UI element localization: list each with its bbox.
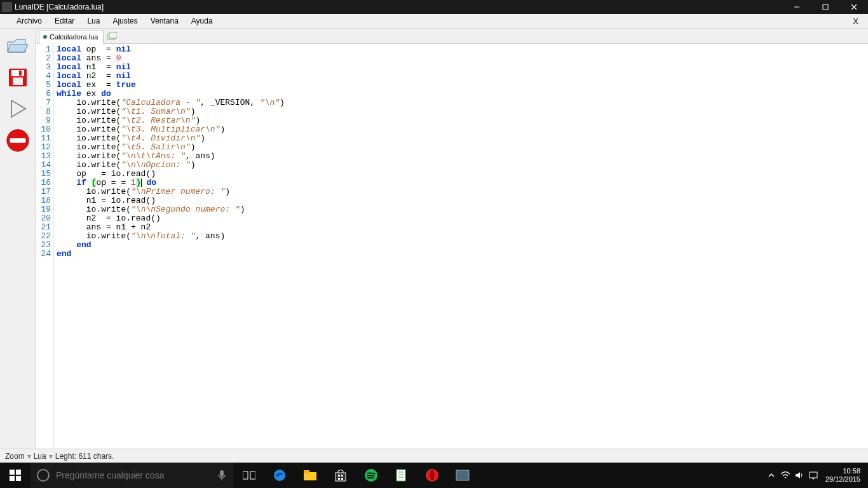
svg-rect-15 [10, 476, 15, 481]
clock-time: 10:58 [825, 467, 860, 475]
stop-button[interactable] [5, 128, 31, 153]
opera-icon[interactable] [417, 463, 447, 488]
menu-ayuda[interactable]: Ayuda [185, 15, 219, 27]
svg-rect-14 [16, 470, 21, 475]
menu-ajustes[interactable]: Ajustes [106, 15, 144, 27]
svg-rect-28 [341, 478, 343, 480]
svg-point-21 [274, 470, 285, 481]
status-bar: Zoom▾ Lua▾ Leght: 611 chars. [0, 449, 868, 463]
svg-point-35 [430, 470, 435, 480]
menu-editar[interactable]: Editar [48, 15, 81, 27]
cortana-search[interactable] [31, 463, 234, 488]
window-title: LunaIDE [Calculadora.lua] [15, 3, 104, 11]
start-button[interactable] [0, 463, 31, 488]
line-gutter: 123456789101112131415161718192021222324 [36, 44, 54, 449]
new-tab-button[interactable] [105, 29, 119, 43]
open-button[interactable] [5, 32, 31, 58]
svg-rect-37 [810, 472, 817, 478]
edge-icon[interactable] [264, 463, 295, 488]
maximize-button[interactable] [811, 0, 839, 14]
menu-bar: Archivo Editar Lua Ajustes Ventana Ayuda… [0, 14, 868, 29]
mic-icon[interactable] [217, 470, 226, 481]
side-toolbar [0, 29, 36, 449]
svg-rect-1 [823, 4, 828, 10]
svg-rect-27 [338, 478, 340, 480]
action-center-icon[interactable] [806, 471, 820, 480]
menu-ventana[interactable]: Ventana [144, 15, 185, 27]
store-icon[interactable] [325, 463, 356, 488]
svg-rect-30 [397, 470, 405, 481]
minimize-button[interactable] [782, 0, 811, 14]
clock[interactable]: 10:58 29/12/2015 [820, 467, 865, 484]
tab-bar: Calculadora.lua [36, 29, 868, 44]
close-button[interactable] [839, 0, 868, 14]
volume-icon[interactable] [792, 471, 806, 480]
tab-calculadora[interactable]: Calculadora.lua [39, 30, 104, 44]
svg-rect-24 [336, 473, 346, 481]
svg-rect-17 [220, 470, 224, 477]
svg-rect-16 [16, 476, 21, 481]
spotify-icon[interactable] [356, 463, 386, 488]
code-editor[interactable]: 123456789101112131415161718192021222324 … [36, 44, 868, 449]
svg-rect-23 [304, 470, 309, 473]
notepadpp-icon[interactable] [386, 463, 417, 488]
lunaide-taskbar-icon[interactable] [447, 463, 478, 488]
explorer-icon[interactable] [295, 463, 325, 488]
svg-rect-25 [338, 475, 340, 477]
cortana-icon [37, 469, 50, 482]
taskbar-apps [234, 463, 478, 488]
system-tray: 10:58 29/12/2015 [764, 463, 868, 488]
title-bar: LunaIDE [Calculadora.lua] [0, 0, 868, 14]
editor-area: Calculadora.lua 123456789101112131415161… [36, 29, 868, 449]
wifi-icon[interactable] [778, 471, 792, 480]
svg-rect-12 [109, 32, 117, 38]
svg-rect-36 [456, 470, 469, 480]
run-button[interactable] [5, 96, 31, 121]
taskbar: 10:58 29/12/2015 [0, 463, 868, 488]
svg-rect-20 [250, 471, 255, 479]
svg-rect-13 [10, 470, 15, 475]
svg-rect-10 [10, 138, 26, 143]
tray-chevron-icon[interactable] [764, 473, 778, 478]
save-button[interactable] [5, 64, 31, 90]
svg-rect-7 [19, 71, 22, 76]
search-input[interactable] [56, 470, 210, 480]
status-zoom[interactable]: Zoom [5, 452, 25, 461]
status-length: Leght: 611 chars. [55, 452, 114, 461]
svg-rect-6 [13, 78, 23, 85]
tab-label: Calculadora.lua [50, 33, 98, 41]
taskview-icon[interactable] [234, 463, 264, 488]
svg-rect-26 [341, 475, 343, 477]
menu-archivo[interactable]: Archivo [10, 15, 48, 27]
status-lang[interactable]: Lua [34, 452, 46, 461]
svg-rect-5 [11, 70, 24, 76]
window-controls [782, 0, 868, 14]
menu-lua[interactable]: Lua [81, 15, 106, 27]
tab-modified-icon [43, 35, 47, 39]
mdi-close-button[interactable]: X [843, 17, 868, 26]
code-body[interactable]: local op = nillocal ans = 0local n1 = ni… [54, 44, 868, 449]
svg-rect-19 [243, 471, 248, 479]
clock-date: 29/12/2015 [825, 475, 860, 484]
app-icon [3, 3, 11, 11]
